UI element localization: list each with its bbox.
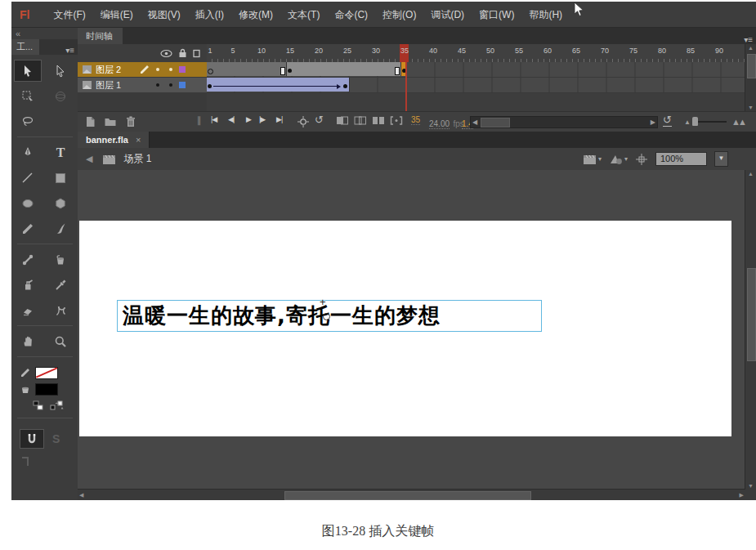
polystar-tool[interactable] (44, 190, 77, 216)
layer-color-swatch[interactable] (179, 66, 186, 73)
layer-row-0[interactable]: 图层 2 (78, 62, 207, 78)
selected-text-object[interactable]: 温暖一生的故事,寄托一生的梦想 + (117, 300, 542, 332)
outline-icon[interactable] (193, 49, 200, 58)
menu-item-6[interactable]: 命令(C) (327, 2, 375, 27)
scroll-right-icon[interactable]: ▶ (651, 117, 655, 127)
go-to-last-frame-button[interactable]: ▶| (276, 115, 282, 123)
reset-timeline-zoom-button[interactable]: ↺ (663, 114, 672, 127)
menu-item-9[interactable]: 窗口(W) (472, 2, 521, 27)
document-tab[interactable]: banner.fla × (78, 132, 150, 148)
menu-item-10[interactable]: 帮助(H) (521, 2, 570, 27)
show-hide-eye-icon[interactable] (160, 49, 172, 58)
snap-to-objects-button[interactable] (20, 429, 44, 449)
tools-panel-menu-icon[interactable]: ▾≡ (65, 46, 78, 55)
stage-area[interactable]: 温暖一生的故事,寄托一生的梦想 + ▲ ▼ ◀ ▶ (78, 170, 756, 500)
scroll-up-icon[interactable]: ▲ (745, 45, 756, 51)
scroll-up-icon[interactable]: ▲ (748, 171, 754, 177)
oval-tool[interactable] (11, 190, 44, 216)
pencil-tool[interactable] (11, 216, 44, 241)
go-to-first-frame-button[interactable]: |◀ (211, 115, 217, 123)
layer-row-1[interactable]: 图层 1 (78, 78, 207, 93)
frame-ruler[interactable]: 151015202530354045505560657075808590 (207, 44, 745, 63)
scene-label[interactable]: 场景 1 (123, 152, 151, 166)
timeline-horizontal-scrollbar[interactable]: ◀ ▶ (470, 116, 658, 128)
default-colors-icon[interactable] (33, 400, 45, 411)
timeline-frames[interactable]: 151015202530354045505560657075808590 (207, 44, 745, 111)
zoom-out-frames-icon[interactable]: ▲ (684, 118, 691, 126)
menu-item-0[interactable]: 文件(F) (46, 2, 92, 27)
menu-item-5[interactable]: 文本(T) (280, 2, 327, 27)
delete-layer-button[interactable] (125, 115, 136, 128)
scrollbar-thumb[interactable] (747, 54, 756, 78)
modify-markers-button[interactable] (390, 115, 403, 127)
scroll-right-icon[interactable]: ▶ (740, 492, 744, 499)
current-frame-value[interactable]: 35 (411, 115, 420, 125)
new-layer-button[interactable] (84, 115, 96, 128)
frames-row-0[interactable] (207, 62, 745, 78)
selection-tool[interactable] (14, 60, 42, 82)
menu-item-7[interactable]: 控制(O) (375, 2, 423, 27)
smooth-option[interactable]: S (52, 432, 60, 445)
deco-tool[interactable] (44, 297, 77, 323)
layer-lock-dot[interactable] (164, 83, 177, 87)
onion-skin-button[interactable] (336, 115, 349, 127)
center-stage-icon[interactable] (635, 153, 648, 166)
frames-row-1[interactable] (207, 78, 745, 93)
eyedropper-tool[interactable] (44, 272, 77, 297)
scroll-down-icon[interactable]: ▼ (748, 483, 754, 489)
zoom-dropdown-button[interactable]: ▼ (714, 151, 728, 167)
playhead-line[interactable] (405, 62, 407, 111)
menu-item-3[interactable]: 插入(I) (188, 2, 231, 27)
layer-color-swatch[interactable] (179, 82, 186, 88)
menu-item-8[interactable]: 调试(D) (423, 2, 472, 27)
bone-tool[interactable] (11, 247, 44, 272)
scrollbar-thumb[interactable] (747, 268, 756, 361)
frame-rate-value[interactable]: 24.00 fps (429, 115, 464, 130)
edit-scene-button[interactable]: ▾ (583, 154, 602, 165)
frame-size-slider-track[interactable] (696, 121, 727, 123)
zoom-tool[interactable] (44, 329, 77, 354)
menu-item-4[interactable]: 修改(M) (231, 2, 280, 27)
timeline-panel-menu-icon[interactable]: ▾≡ (744, 35, 756, 44)
edit-multiple-frames-button[interactable] (372, 115, 385, 127)
menu-item-2[interactable]: 视图(V) (141, 2, 188, 27)
tools-tab[interactable]: 工... (11, 39, 39, 55)
step-back-button[interactable]: ◀| (228, 115, 234, 123)
loop-button[interactable]: ↺ (315, 114, 324, 126)
stroke-color-swatch[interactable] (35, 367, 58, 379)
onion-skin-outlines-button[interactable] (354, 115, 367, 127)
scrollbar-thumb[interactable] (284, 491, 531, 500)
stage-vertical-scrollbar[interactable]: ▲ ▼ (745, 170, 756, 490)
tween-span[interactable] (207, 78, 350, 92)
timeline-vertical-scrollbar[interactable]: ▲ ▼ (745, 44, 756, 111)
play-button[interactable]: ▶ (246, 115, 251, 123)
fill-color-swatch[interactable] (35, 383, 58, 396)
layer-lock-dot[interactable] (164, 68, 177, 71)
free-transform-tool[interactable] (11, 83, 44, 109)
lock-icon[interactable] (178, 48, 187, 58)
3d-rotation-tool[interactable] (44, 83, 77, 109)
zoom-level-field[interactable]: 100% (655, 152, 707, 166)
center-frame-button[interactable] (297, 115, 310, 128)
frame-size-slider-thumb[interactable] (692, 117, 698, 126)
subselection-tool[interactable] (44, 58, 77, 83)
ink-bottle-tool[interactable] (11, 272, 44, 297)
close-tab-icon[interactable]: × (136, 135, 141, 145)
collapse-panel-button[interactable]: « (11, 28, 78, 39)
straighten-option-icon[interactable] (20, 455, 33, 468)
new-folder-button[interactable] (104, 115, 117, 127)
eraser-tool[interactable] (11, 297, 44, 323)
layer-visibility-dot[interactable] (151, 68, 164, 71)
line-tool[interactable] (11, 165, 44, 190)
paint-bucket-tool[interactable] (44, 247, 77, 272)
scroll-left-icon[interactable]: ◀ (472, 117, 477, 127)
layer-visibility-dot[interactable] (151, 83, 164, 87)
pen-tool[interactable] (11, 140, 44, 165)
scroll-down-icon[interactable]: ▼ (745, 105, 756, 110)
empty-span[interactable] (207, 62, 287, 76)
hand-tool[interactable] (11, 329, 44, 354)
scrollbar-thumb[interactable] (481, 118, 510, 127)
scroll-left-icon[interactable]: ◀ (79, 492, 83, 499)
menu-item-1[interactable]: 编辑(E) (93, 2, 141, 27)
zoom-in-frames-icon[interactable]: ▲▲ (731, 117, 745, 127)
